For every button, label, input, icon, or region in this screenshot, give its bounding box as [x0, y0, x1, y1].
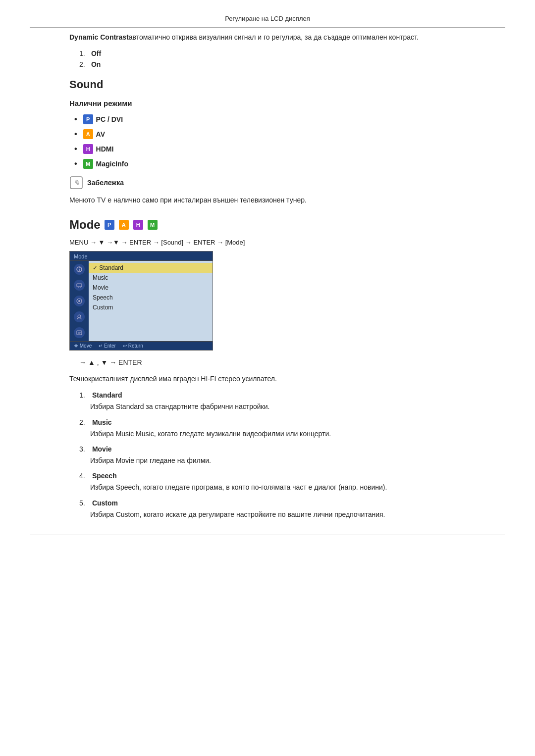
menu-left-icons: [70, 261, 89, 341]
menu-item-movie[interactable]: Movie: [89, 283, 213, 293]
mode-pc-dvi: P PC / DVI: [74, 114, 466, 124]
option-on: 2. On: [79, 60, 466, 68]
note-icon: ✎: [69, 176, 83, 190]
header-rule: [30, 27, 505, 28]
page-wrapper: Регулиране на LCD дисплея Dynamic Contra…: [0, 0, 535, 555]
desc-music-title: Music: [92, 418, 112, 426]
mode-av: A AV: [74, 129, 466, 139]
menu-box: Mode: [69, 251, 213, 351]
menu-item-custom[interactable]: Custom: [89, 302, 213, 312]
menu-item-standard[interactable]: ✓ Standard: [89, 263, 213, 273]
note-block: ✎ Забележка: [69, 176, 466, 190]
bottom-rule: [30, 535, 505, 535]
desc-standard-desc: Избира Standard за стандартните фабрични…: [90, 401, 466, 412]
menu-icon-3: [74, 296, 85, 306]
mode-hdmi: H HDMI: [74, 144, 466, 154]
mode-magicinfo: M MagicInfo: [74, 159, 466, 169]
option-on-num: 2.: [79, 60, 89, 68]
content-area: Dynamic Contrastавтоматично открива визу…: [69, 32, 466, 246]
desc-speech: 4. Speech Избира Speech, когато гледате …: [79, 472, 466, 493]
menu-item-speech[interactable]: Speech: [89, 293, 213, 302]
desc-custom-desc: Избира Custom, когато искате да регулира…: [90, 509, 466, 520]
desc-standard: 1. Standard Избира Standard за стандартн…: [79, 391, 466, 412]
content-area-2: → ▲ , ▼ → ENTER Течнокристалният дисплей…: [69, 358, 466, 520]
desc-standard-num: 1.: [79, 391, 90, 399]
badge-p: P: [83, 114, 93, 124]
option-off-label: Off: [91, 50, 101, 57]
mode-section-title: Mode P A H M: [69, 218, 466, 232]
option-on-label: On: [91, 60, 101, 68]
badge-h: H: [83, 144, 93, 154]
menu-screenshot: Mode: [69, 251, 535, 351]
sound-heading: Sound: [69, 78, 466, 91]
badge-a: A: [83, 129, 93, 139]
desc-movie-desc: Избира Movie при гледане на филми.: [90, 455, 466, 466]
menu-box-title: Mode: [70, 252, 213, 261]
intro-rest: автоматично открива визуалния сигнал и г…: [129, 33, 419, 41]
footer-enter: ↵ Enter: [99, 343, 116, 349]
menu-footer: ❖ Move ↵ Enter ↩ Return: [70, 341, 213, 350]
option-off-num: 1.: [79, 50, 89, 57]
menu-right-items: ✓ Standard Music Movie Speech Custom: [89, 261, 213, 341]
menu-main-row: ✓ Standard Music Movie Speech Custom: [70, 261, 213, 341]
desc-custom-num: 5.: [79, 499, 90, 507]
mode-body-text: Течнокристалният дисплей има вграден HI-…: [69, 373, 466, 384]
option-off: 1. Off: [79, 50, 466, 57]
desc-music-desc: Избира Music Music, когато гледате музик…: [90, 428, 466, 439]
arrow-instruction: → ▲ , ▼ → ENTER: [79, 358, 466, 366]
mode-hdmi-label: HDMI: [96, 145, 114, 153]
note-body: Менюто TV е налично само при инсталиран …: [69, 195, 466, 205]
desc-movie: 3. Movie Избира Movie при гледане на фил…: [79, 445, 466, 466]
mode-badges: P A H M: [105, 220, 160, 230]
menu-icon-5: [74, 327, 85, 338]
menu-icon-2: [74, 280, 85, 291]
menu-icon-1: [74, 264, 85, 275]
options-list: 1. Off 2. On: [79, 50, 466, 68]
desc-movie-title: Movie: [92, 445, 112, 453]
menu-path: MENU → ▼ →▼ → ENTER → [Sound] → ENTER → …: [69, 239, 466, 246]
svg-rect-5: [77, 284, 82, 287]
mode-badge-a: A: [119, 220, 129, 230]
desc-speech-desc: Избира Speech, когато гледате програма, …: [90, 482, 466, 493]
page-title: Регулиране на LCD дисплея: [225, 15, 310, 22]
svg-text:✎: ✎: [73, 179, 80, 187]
svg-point-10: [78, 315, 81, 318]
note-label: Забележка: [87, 176, 124, 190]
mode-av-label: AV: [96, 130, 105, 138]
intro-bold: Dynamic Contrast: [69, 33, 129, 41]
mode-badge-m: M: [148, 220, 158, 230]
badge-m: M: [83, 159, 93, 169]
menu-item-music[interactable]: Music: [89, 273, 213, 283]
mode-badges-list: P PC / DVI A AV H HDMI M MagicInfo: [74, 114, 466, 169]
mode-heading: Mode: [69, 218, 101, 232]
mode-pc-dvi-label: PC / DVI: [96, 115, 123, 123]
footer-move: ❖ Move: [74, 343, 92, 349]
desc-custom-title: Custom: [92, 499, 118, 507]
page-header: Регулиране на LCD дисплея: [0, 15, 535, 22]
menu-icon-4: [74, 311, 85, 322]
desc-speech-title: Speech: [92, 472, 117, 480]
desc-movie-num: 3.: [79, 445, 90, 453]
intro-paragraph: Dynamic Contrastавтоматично открива визу…: [69, 32, 466, 43]
desc-speech-num: 4.: [79, 472, 90, 480]
mode-badge-p: P: [105, 220, 114, 230]
desc-standard-title: Standard: [92, 391, 122, 399]
available-modes-label: Налични режими: [69, 99, 466, 107]
mode-desc-list: 1. Standard Избира Standard за стандартн…: [79, 391, 466, 520]
svg-rect-11: [77, 331, 82, 335]
mode-badge-h: H: [133, 220, 143, 230]
desc-music: 2. Music Избира Music Music, когато глед…: [79, 418, 466, 439]
desc-music-num: 2.: [79, 418, 90, 426]
svg-point-3: [79, 267, 80, 268]
desc-custom: 5. Custom Избира Custom, когато искате д…: [79, 499, 466, 520]
svg-point-9: [78, 300, 80, 302]
mode-magicinfo-label: MagicInfo: [96, 160, 128, 168]
footer-return: ↩ Return: [123, 343, 143, 349]
menu-item-empty: [89, 312, 213, 322]
